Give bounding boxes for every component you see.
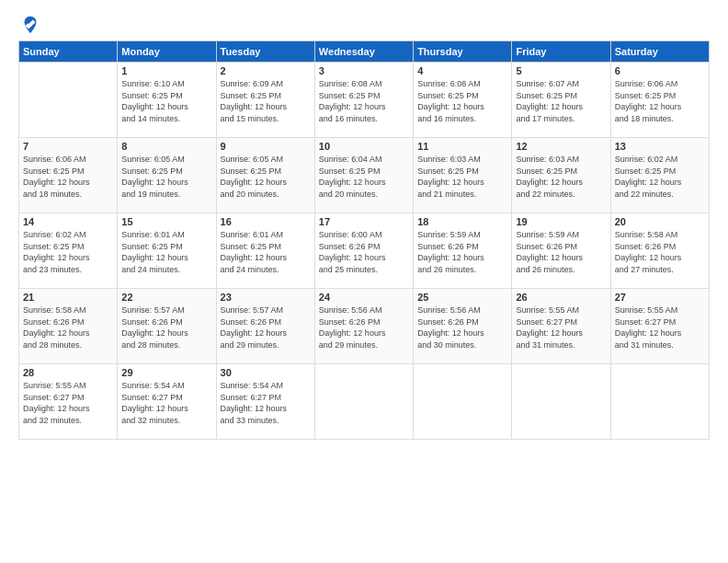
calendar-cell: 6Sunrise: 6:06 AM Sunset: 6:25 PM Daylig… <box>610 63 709 138</box>
calendar-cell: 25Sunrise: 5:56 AM Sunset: 6:26 PM Dayli… <box>414 289 512 364</box>
day-info: Sunrise: 5:59 AM Sunset: 6:26 PM Dayligh… <box>417 229 507 275</box>
day-number: 25 <box>417 292 507 303</box>
calendar-cell <box>610 364 709 440</box>
calendar-cell: 27Sunrise: 5:55 AM Sunset: 6:27 PM Dayli… <box>610 289 709 364</box>
day-number: 7 <box>23 141 113 152</box>
calendar-cell: 2Sunrise: 6:09 AM Sunset: 6:25 PM Daylig… <box>216 63 314 138</box>
day-number: 12 <box>516 141 606 152</box>
day-number: 21 <box>23 292 113 303</box>
calendar-cell: 29Sunrise: 5:54 AM Sunset: 6:27 PM Dayli… <box>118 364 216 440</box>
calendar-cell: 10Sunrise: 6:04 AM Sunset: 6:25 PM Dayli… <box>314 138 413 213</box>
calendar-cell <box>19 63 118 138</box>
calendar-cell: 16Sunrise: 6:01 AM Sunset: 6:25 PM Dayli… <box>216 213 314 289</box>
calendar-cell: 15Sunrise: 6:01 AM Sunset: 6:25 PM Dayli… <box>118 213 216 289</box>
day-info: Sunrise: 5:59 AM Sunset: 6:26 PM Dayligh… <box>516 229 606 275</box>
day-info: Sunrise: 6:08 AM Sunset: 6:25 PM Dayligh… <box>319 78 409 124</box>
day-info: Sunrise: 5:58 AM Sunset: 6:26 PM Dayligh… <box>615 229 705 275</box>
day-info: Sunrise: 5:57 AM Sunset: 6:26 PM Dayligh… <box>221 304 311 350</box>
day-info: Sunrise: 6:00 AM Sunset: 6:26 PM Dayligh… <box>319 229 409 275</box>
day-info: Sunrise: 6:10 AM Sunset: 6:25 PM Dayligh… <box>121 78 211 124</box>
header-day-sunday: Sunday <box>19 41 118 63</box>
day-number: 18 <box>417 216 507 227</box>
header-day-saturday: Saturday <box>610 41 709 63</box>
day-info: Sunrise: 5:54 AM Sunset: 6:27 PM Dayligh… <box>121 380 211 426</box>
header-day-monday: Monday <box>118 41 216 63</box>
calendar-cell: 7Sunrise: 6:06 AM Sunset: 6:25 PM Daylig… <box>19 138 118 213</box>
day-number: 13 <box>615 141 705 152</box>
calendar-cell <box>414 364 512 440</box>
day-number: 8 <box>121 141 211 152</box>
day-number: 20 <box>615 216 705 227</box>
day-info: Sunrise: 6:03 AM Sunset: 6:25 PM Dayligh… <box>516 154 606 200</box>
header-day-friday: Friday <box>512 41 610 63</box>
week-row-0: 1Sunrise: 6:10 AM Sunset: 6:25 PM Daylig… <box>19 63 710 138</box>
day-number: 29 <box>121 367 211 378</box>
calendar-cell <box>512 364 610 440</box>
day-number: 1 <box>121 65 211 76</box>
day-info: Sunrise: 5:56 AM Sunset: 6:26 PM Dayligh… <box>417 304 507 350</box>
day-info: Sunrise: 5:55 AM Sunset: 6:27 PM Dayligh… <box>615 304 705 350</box>
day-info: Sunrise: 6:08 AM Sunset: 6:25 PM Dayligh… <box>417 78 507 124</box>
day-number: 4 <box>417 65 507 76</box>
day-info: Sunrise: 5:55 AM Sunset: 6:27 PM Dayligh… <box>516 304 606 350</box>
day-number: 3 <box>319 65 409 76</box>
day-info: Sunrise: 5:55 AM Sunset: 6:27 PM Dayligh… <box>23 380 113 426</box>
calendar-cell: 4Sunrise: 6:08 AM Sunset: 6:25 PM Daylig… <box>414 63 512 138</box>
header-day-wednesday: Wednesday <box>314 41 413 63</box>
week-row-1: 7Sunrise: 6:06 AM Sunset: 6:25 PM Daylig… <box>19 138 710 213</box>
day-info: Sunrise: 6:03 AM Sunset: 6:25 PM Dayligh… <box>417 154 507 200</box>
calendar-cell: 24Sunrise: 5:56 AM Sunset: 6:26 PM Dayli… <box>314 289 413 364</box>
day-number: 26 <box>516 292 606 303</box>
day-number: 16 <box>221 216 311 227</box>
day-info: Sunrise: 5:58 AM Sunset: 6:26 PM Dayligh… <box>23 304 113 350</box>
calendar-cell: 30Sunrise: 5:54 AM Sunset: 6:27 PM Dayli… <box>216 364 314 440</box>
calendar-cell: 19Sunrise: 5:59 AM Sunset: 6:26 PM Dayli… <box>512 213 610 289</box>
day-number: 23 <box>221 292 311 303</box>
day-number: 6 <box>615 65 705 76</box>
calendar-cell: 11Sunrise: 6:03 AM Sunset: 6:25 PM Dayli… <box>414 138 512 213</box>
day-number: 9 <box>221 141 311 152</box>
day-number: 2 <box>221 65 311 76</box>
logo <box>18 15 40 35</box>
day-info: Sunrise: 6:06 AM Sunset: 6:25 PM Dayligh… <box>23 154 113 200</box>
day-info: Sunrise: 6:09 AM Sunset: 6:25 PM Dayligh… <box>221 78 311 124</box>
calendar-cell: 1Sunrise: 6:10 AM Sunset: 6:25 PM Daylig… <box>118 63 216 138</box>
day-number: 22 <box>121 292 211 303</box>
day-number: 17 <box>319 216 409 227</box>
week-row-2: 14Sunrise: 6:02 AM Sunset: 6:25 PM Dayli… <box>19 213 710 289</box>
calendar-cell: 12Sunrise: 6:03 AM Sunset: 6:25 PM Dayli… <box>512 138 610 213</box>
day-info: Sunrise: 6:05 AM Sunset: 6:25 PM Dayligh… <box>121 154 211 200</box>
logo-icon <box>20 15 40 35</box>
calendar-cell: 17Sunrise: 6:00 AM Sunset: 6:26 PM Dayli… <box>314 213 413 289</box>
day-info: Sunrise: 6:07 AM Sunset: 6:25 PM Dayligh… <box>516 78 606 124</box>
day-info: Sunrise: 6:06 AM Sunset: 6:25 PM Dayligh… <box>615 78 705 124</box>
calendar-header: SundayMondayTuesdayWednesdayThursdayFrid… <box>19 41 710 63</box>
calendar-cell: 9Sunrise: 6:05 AM Sunset: 6:25 PM Daylig… <box>216 138 314 213</box>
day-number: 15 <box>121 216 211 227</box>
calendar-cell: 14Sunrise: 6:02 AM Sunset: 6:25 PM Dayli… <box>19 213 118 289</box>
header-day-thursday: Thursday <box>414 41 512 63</box>
calendar-cell: 21Sunrise: 5:58 AM Sunset: 6:26 PM Dayli… <box>19 289 118 364</box>
day-number: 14 <box>23 216 113 227</box>
day-info: Sunrise: 5:56 AM Sunset: 6:26 PM Dayligh… <box>319 304 409 350</box>
header-day-tuesday: Tuesday <box>216 41 314 63</box>
calendar-table: SundayMondayTuesdayWednesdayThursdayFrid… <box>18 40 710 440</box>
calendar-cell: 5Sunrise: 6:07 AM Sunset: 6:25 PM Daylig… <box>512 63 610 138</box>
day-number: 30 <box>221 367 311 378</box>
day-number: 24 <box>319 292 409 303</box>
calendar-cell: 8Sunrise: 6:05 AM Sunset: 6:25 PM Daylig… <box>118 138 216 213</box>
day-info: Sunrise: 6:02 AM Sunset: 6:25 PM Dayligh… <box>615 154 705 200</box>
day-info: Sunrise: 6:02 AM Sunset: 6:25 PM Dayligh… <box>23 229 113 275</box>
header <box>18 15 710 35</box>
day-info: Sunrise: 6:04 AM Sunset: 6:25 PM Dayligh… <box>319 154 409 200</box>
day-number: 19 <box>516 216 606 227</box>
calendar-cell <box>314 364 413 440</box>
calendar-cell: 3Sunrise: 6:08 AM Sunset: 6:25 PM Daylig… <box>314 63 413 138</box>
calendar-cell: 22Sunrise: 5:57 AM Sunset: 6:26 PM Dayli… <box>118 289 216 364</box>
calendar-cell: 20Sunrise: 5:58 AM Sunset: 6:26 PM Dayli… <box>610 213 709 289</box>
calendar-cell: 18Sunrise: 5:59 AM Sunset: 6:26 PM Dayli… <box>414 213 512 289</box>
day-number: 27 <box>615 292 705 303</box>
day-info: Sunrise: 6:01 AM Sunset: 6:25 PM Dayligh… <box>221 229 311 275</box>
day-info: Sunrise: 5:54 AM Sunset: 6:27 PM Dayligh… <box>221 380 311 426</box>
calendar-body: 1Sunrise: 6:10 AM Sunset: 6:25 PM Daylig… <box>19 63 710 440</box>
